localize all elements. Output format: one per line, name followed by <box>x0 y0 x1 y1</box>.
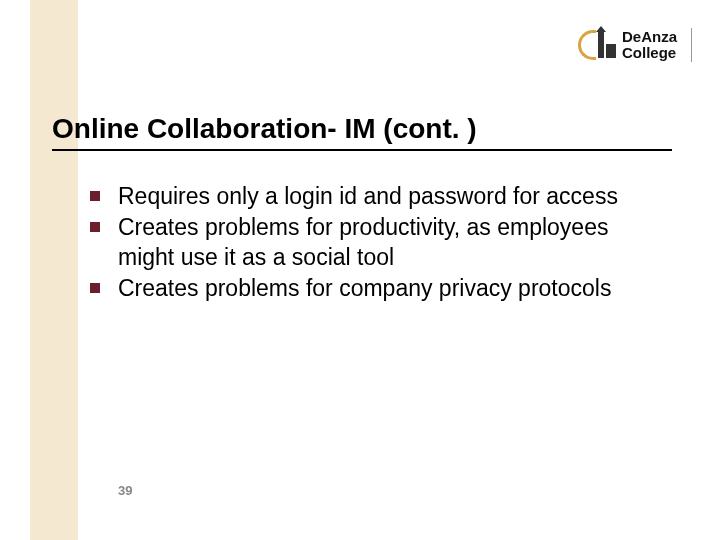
list-item: Requires only a login id and password fo… <box>90 182 655 211</box>
left-sidebar-accent <box>30 0 78 540</box>
page-number: 39 <box>118 483 132 498</box>
bullet-icon <box>90 191 100 201</box>
college-logo: DeAnza College <box>578 28 692 62</box>
logo-arc-icon <box>578 30 596 60</box>
bullet-icon <box>90 283 100 293</box>
logo-divider <box>691 28 692 62</box>
bullet-list: Requires only a login id and password fo… <box>90 182 655 306</box>
logo-text: DeAnza College <box>622 29 677 61</box>
bullet-icon <box>90 222 100 232</box>
bullet-text: Creates problems for productivity, as em… <box>118 213 655 272</box>
bullet-text: Creates problems for company privacy pro… <box>118 274 611 303</box>
bullet-text: Requires only a login id and password fo… <box>118 182 618 211</box>
logo-building-icon <box>598 32 616 58</box>
logo-text-line1: DeAnza <box>622 29 677 45</box>
logo-text-line2: College <box>622 45 677 61</box>
list-item: Creates problems for productivity, as em… <box>90 213 655 272</box>
slide-title: Online Collaboration- IM (cont. ) <box>52 113 672 151</box>
list-item: Creates problems for company privacy pro… <box>90 274 655 303</box>
